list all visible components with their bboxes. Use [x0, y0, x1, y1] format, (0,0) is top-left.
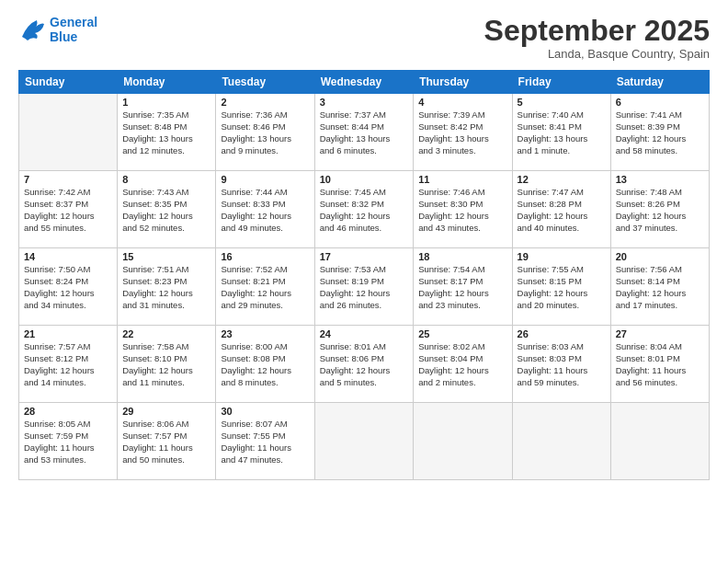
day-number: 5	[518, 97, 606, 108]
calendar-cell: 15Sunrise: 7:51 AM Sunset: 8:23 PM Dayli…	[118, 248, 216, 326]
day-number: 27	[616, 328, 704, 339]
day-number: 19	[518, 251, 606, 262]
calendar-cell: 24Sunrise: 8:01 AM Sunset: 8:06 PM Dayli…	[314, 326, 414, 403]
calendar-header-wednesday: Wednesday	[314, 71, 414, 94]
calendar-cell	[414, 403, 512, 480]
calendar-cell: 29Sunrise: 8:06 AM Sunset: 7:57 PM Dayli…	[118, 403, 216, 480]
day-info: Sunrise: 7:51 AM Sunset: 8:23 PM Dayligh…	[122, 264, 210, 311]
day-info: Sunrise: 7:52 AM Sunset: 8:21 PM Dayligh…	[221, 264, 309, 311]
day-number: 6	[616, 97, 704, 108]
day-info: Sunrise: 8:07 AM Sunset: 7:55 PM Dayligh…	[221, 419, 309, 465]
calendar-cell: 28Sunrise: 8:05 AM Sunset: 7:59 PM Dayli…	[19, 403, 118, 480]
subtitle: Landa, Basque Country, Spain	[484, 47, 710, 61]
calendar-cell: 5Sunrise: 7:40 AM Sunset: 8:41 PM Daylig…	[512, 94, 610, 171]
day-info: Sunrise: 8:02 AM Sunset: 8:04 PM Dayligh…	[418, 341, 506, 388]
calendar-cell: 12Sunrise: 7:47 AM Sunset: 8:28 PM Dayli…	[512, 171, 610, 248]
day-number: 9	[221, 174, 309, 185]
day-number: 28	[24, 406, 112, 417]
day-info: Sunrise: 7:37 AM Sunset: 8:44 PM Dayligh…	[320, 109, 409, 156]
day-info: Sunrise: 8:00 AM Sunset: 8:08 PM Dayligh…	[221, 341, 309, 388]
calendar-cell: 9Sunrise: 7:44 AM Sunset: 8:33 PM Daylig…	[216, 171, 314, 248]
day-number: 25	[418, 328, 506, 339]
day-info: Sunrise: 7:39 AM Sunset: 8:42 PM Dayligh…	[418, 109, 506, 156]
day-info: Sunrise: 7:35 AM Sunset: 8:48 PM Dayligh…	[122, 109, 210, 156]
calendar-header-monday: Monday	[118, 71, 216, 94]
day-number: 22	[122, 328, 210, 339]
calendar-cell: 27Sunrise: 8:04 AM Sunset: 8:01 PM Dayli…	[610, 326, 709, 403]
day-info: Sunrise: 7:43 AM Sunset: 8:35 PM Dayligh…	[122, 187, 210, 234]
calendar-cell: 22Sunrise: 7:58 AM Sunset: 8:10 PM Dayli…	[118, 326, 216, 403]
day-info: Sunrise: 7:44 AM Sunset: 8:33 PM Dayligh…	[221, 187, 309, 234]
calendar-cell: 11Sunrise: 7:46 AM Sunset: 8:30 PM Dayli…	[414, 171, 512, 248]
day-number: 7	[24, 174, 112, 185]
day-info: Sunrise: 7:45 AM Sunset: 8:32 PM Dayligh…	[320, 187, 409, 234]
calendar-cell	[512, 403, 610, 480]
calendar-week-row: 28Sunrise: 8:05 AM Sunset: 7:59 PM Dayli…	[19, 403, 710, 480]
calendar-cell: 26Sunrise: 8:03 AM Sunset: 8:03 PM Dayli…	[512, 326, 610, 403]
calendar-cell: 25Sunrise: 8:02 AM Sunset: 8:04 PM Dayli…	[414, 326, 512, 403]
calendar-cell: 4Sunrise: 7:39 AM Sunset: 8:42 PM Daylig…	[414, 94, 512, 171]
day-info: Sunrise: 7:36 AM Sunset: 8:46 PM Dayligh…	[221, 109, 309, 156]
calendar-cell: 17Sunrise: 7:53 AM Sunset: 8:19 PM Dayli…	[314, 248, 414, 326]
calendar-cell	[314, 403, 414, 480]
calendar-cell	[19, 94, 118, 171]
day-info: Sunrise: 7:42 AM Sunset: 8:37 PM Dayligh…	[24, 187, 112, 234]
calendar-cell: 30Sunrise: 8:07 AM Sunset: 7:55 PM Dayli…	[216, 403, 314, 480]
day-info: Sunrise: 8:04 AM Sunset: 8:01 PM Dayligh…	[616, 341, 704, 388]
day-info: Sunrise: 8:05 AM Sunset: 7:59 PM Dayligh…	[24, 419, 112, 465]
calendar-header-friday: Friday	[512, 71, 610, 94]
day-info: Sunrise: 7:40 AM Sunset: 8:41 PM Dayligh…	[518, 109, 606, 156]
day-number: 23	[221, 328, 309, 339]
calendar-week-row: 21Sunrise: 7:57 AM Sunset: 8:12 PM Dayli…	[19, 326, 710, 403]
day-info: Sunrise: 7:57 AM Sunset: 8:12 PM Dayligh…	[24, 341, 112, 388]
calendar-cell: 10Sunrise: 7:45 AM Sunset: 8:32 PM Dayli…	[314, 171, 414, 248]
day-info: Sunrise: 7:56 AM Sunset: 8:14 PM Dayligh…	[616, 264, 704, 311]
day-number: 29	[122, 406, 210, 417]
calendar-cell: 19Sunrise: 7:55 AM Sunset: 8:15 PM Dayli…	[512, 248, 610, 326]
day-info: Sunrise: 7:48 AM Sunset: 8:26 PM Dayligh…	[616, 187, 704, 234]
day-number: 17	[320, 251, 409, 262]
day-info: Sunrise: 7:41 AM Sunset: 8:39 PM Dayligh…	[616, 109, 704, 156]
calendar-table: SundayMondayTuesdayWednesdayThursdayFrid…	[18, 70, 710, 480]
day-number: 12	[518, 174, 606, 185]
calendar-cell: 7Sunrise: 7:42 AM Sunset: 8:37 PM Daylig…	[19, 171, 118, 248]
calendar-cell: 13Sunrise: 7:48 AM Sunset: 8:26 PM Dayli…	[610, 171, 709, 248]
day-number: 14	[24, 251, 112, 262]
header: General Blue September 2025 Landa, Basqu…	[18, 15, 710, 61]
day-info: Sunrise: 7:55 AM Sunset: 8:15 PM Dayligh…	[518, 264, 606, 311]
calendar-cell: 1Sunrise: 7:35 AM Sunset: 8:48 PM Daylig…	[118, 94, 216, 171]
day-number: 24	[320, 328, 409, 339]
day-info: Sunrise: 8:06 AM Sunset: 7:57 PM Dayligh…	[122, 419, 210, 465]
calendar-cell: 20Sunrise: 7:56 AM Sunset: 8:14 PM Dayli…	[610, 248, 709, 326]
day-info: Sunrise: 7:53 AM Sunset: 8:19 PM Dayligh…	[320, 264, 409, 311]
day-number: 1	[122, 97, 210, 108]
calendar-cell: 6Sunrise: 7:41 AM Sunset: 8:39 PM Daylig…	[610, 94, 709, 171]
day-info: Sunrise: 7:54 AM Sunset: 8:17 PM Dayligh…	[418, 264, 506, 311]
day-number: 16	[221, 251, 309, 262]
calendar-cell	[610, 403, 709, 480]
calendar-header-row: SundayMondayTuesdayWednesdayThursdayFrid…	[19, 71, 710, 94]
calendar-cell: 21Sunrise: 7:57 AM Sunset: 8:12 PM Dayli…	[19, 326, 118, 403]
day-info: Sunrise: 7:58 AM Sunset: 8:10 PM Dayligh…	[122, 341, 210, 388]
day-number: 18	[418, 251, 506, 262]
calendar-week-row: 1Sunrise: 7:35 AM Sunset: 8:48 PM Daylig…	[19, 94, 710, 171]
day-number: 30	[221, 406, 309, 417]
calendar-header-thursday: Thursday	[414, 71, 512, 94]
day-number: 26	[518, 328, 606, 339]
day-number: 21	[24, 328, 112, 339]
calendar-cell: 18Sunrise: 7:54 AM Sunset: 8:17 PM Dayli…	[414, 248, 512, 326]
day-number: 4	[418, 97, 506, 108]
day-number: 13	[616, 174, 704, 185]
day-number: 20	[616, 251, 704, 262]
day-info: Sunrise: 7:47 AM Sunset: 8:28 PM Dayligh…	[518, 187, 606, 234]
month-title: September 2025	[484, 15, 710, 47]
calendar-header-tuesday: Tuesday	[216, 71, 314, 94]
calendar-cell: 23Sunrise: 8:00 AM Sunset: 8:08 PM Dayli…	[216, 326, 314, 403]
day-number: 11	[418, 174, 506, 185]
calendar-header-sunday: Sunday	[19, 71, 118, 94]
day-info: Sunrise: 7:46 AM Sunset: 8:30 PM Dayligh…	[418, 187, 506, 234]
day-number: 2	[221, 97, 309, 108]
page: General Blue September 2025 Landa, Basqu…	[0, 0, 728, 563]
calendar-cell: 8Sunrise: 7:43 AM Sunset: 8:35 PM Daylig…	[118, 171, 216, 248]
calendar-cell: 16Sunrise: 7:52 AM Sunset: 8:21 PM Dayli…	[216, 248, 314, 326]
